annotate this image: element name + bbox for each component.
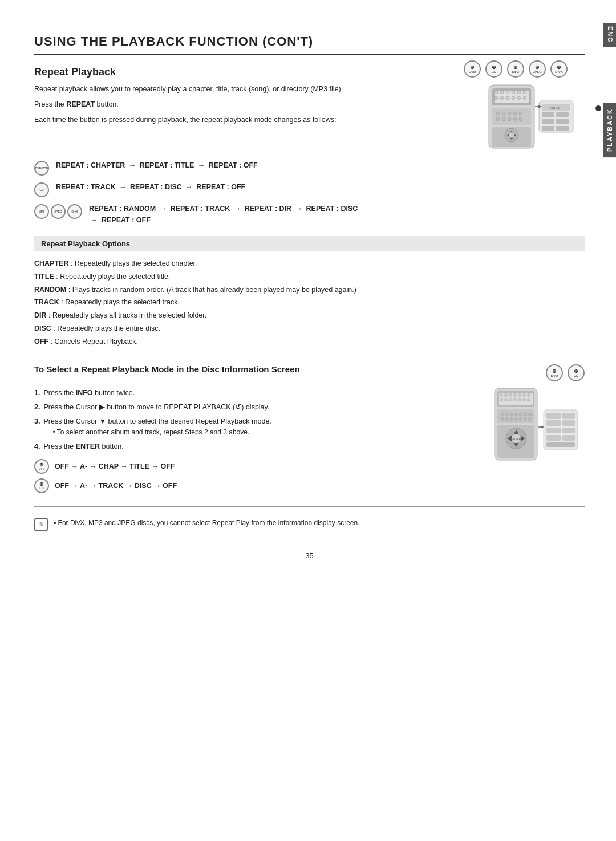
svg-point-9	[495, 96, 498, 100]
note-box: ✎ ▪ For DivX, MP3 and JPEG discs, you ca…	[34, 513, 585, 531]
remote-image-2: ENTER	[493, 387, 582, 461]
playback-label: PLAYBACK	[606, 108, 613, 152]
repeat-mp3-flow-line1: REPEAT : RANDOM → REPEAT : TRACK → REPEA…	[89, 203, 585, 214]
repeat-cd-flow: REPEAT : TRACK → REPEAT : DISC → REPEAT …	[56, 181, 245, 193]
svg-point-7	[517, 91, 521, 94]
step-3: 3. Press the Cursor ▼ button to select t…	[34, 416, 482, 438]
playback-side-tab: PLAYBACK	[603, 103, 616, 157]
dvd-icon: ⊕DVD	[464, 60, 481, 78]
mp3-disc-icon: MP3	[34, 204, 49, 219]
page-title: USING THE PLAYBACK FUNCTION (CON'T)	[34, 34, 585, 55]
svg-point-32	[509, 132, 514, 138]
eng-tab: ENG	[603, 23, 616, 47]
svg-point-60	[528, 399, 530, 401]
svg-point-23	[508, 117, 511, 121]
svg-point-55	[505, 399, 508, 401]
options-title: Repeat Playback Options	[41, 239, 130, 248]
to-select-cd-icon: ⊕CD	[568, 364, 585, 381]
to-select-header-row: To Select a Repeat Playback Mode in the …	[34, 363, 585, 381]
svg-point-75	[529, 418, 532, 421]
jpeg-icon: ⊕JPEG	[529, 60, 546, 78]
svg-point-17	[502, 112, 505, 115]
flow-dvd-text: OFF → A- → CHAP → TITLE → OFF	[55, 462, 175, 470]
flow-dvd-icon: ⊕DVD	[34, 459, 49, 474]
option-chapter: CHAPTER : Repeatedly plays the selected …	[34, 258, 585, 269]
steps-list: 1. Press the INFO button twice. 2. Press…	[34, 387, 482, 452]
to-select-dvd-icon: ⊕DVD	[546, 364, 563, 381]
svg-point-65	[515, 413, 518, 416]
note-text: ▪ For DivX, MP3 and JPEG discs, you cann…	[54, 518, 360, 531]
svg-text:ENTER: ENTER	[512, 437, 521, 441]
svg-point-57	[514, 399, 517, 401]
cd-icon: ⊕CD	[485, 60, 502, 78]
svg-rect-87	[546, 420, 561, 426]
option-disc: DISC : Repeatedly plays the entire disc.	[34, 323, 585, 334]
svg-point-20	[519, 112, 522, 115]
cd-disc-icon: CD	[34, 182, 49, 197]
note-icon: ✎	[34, 518, 48, 531]
dvd-vcd-icons: DVD/VCD	[34, 161, 49, 176]
svg-point-12	[512, 96, 515, 100]
svg-point-67	[524, 413, 527, 416]
svg-point-10	[500, 96, 504, 100]
svg-point-19	[513, 112, 517, 115]
svg-point-52	[523, 394, 526, 397]
divider-1	[34, 357, 585, 357]
svg-rect-38	[542, 119, 554, 124]
svg-point-58	[518, 399, 521, 401]
options-subsection-header: Repeat Playback Options	[34, 236, 585, 251]
repeat-row-dvd: DVD/VCD REPEAT : CHAPTER → REPEAT : TITL…	[34, 160, 585, 176]
repeat-row-cd: CD REPEAT : TRACK → REPEAT : DISC → REPE…	[34, 181, 585, 197]
svg-point-47	[500, 394, 503, 397]
svg-point-70	[506, 418, 509, 421]
divider-2	[34, 506, 585, 507]
options-list: CHAPTER : Repeatedly plays the selected …	[34, 258, 585, 347]
option-title: TITLE : Repeatedly plays the selected ti…	[34, 271, 585, 282]
option-off: OFF : Cancels Repeat Playback.	[34, 336, 585, 347]
bottom-flow-rows: ⊕DVD OFF → A- → CHAP → TITLE → OFF ⊕CD O…	[34, 459, 482, 493]
svg-point-71	[510, 418, 513, 421]
svg-point-48	[505, 394, 508, 397]
divx-disc-icon-2: DivX	[67, 204, 82, 219]
svg-point-18	[508, 112, 511, 115]
step-1: 1. Press the INFO button twice.	[34, 387, 482, 399]
flow-row-dvd: ⊕DVD OFF → A- → CHAP → TITLE → OFF	[34, 459, 482, 474]
svg-point-13	[517, 96, 521, 100]
svg-point-59	[523, 399, 526, 401]
svg-point-63	[506, 413, 509, 416]
flow-cd-icon: ⊕CD	[34, 478, 49, 493]
svg-rect-88	[562, 420, 575, 426]
step-4: 4. Press the ENTER button.	[34, 441, 482, 452]
svg-rect-86	[562, 413, 575, 419]
svg-point-56	[509, 399, 512, 401]
svg-point-24	[513, 117, 517, 121]
svg-point-74	[524, 418, 527, 421]
svg-rect-36	[542, 112, 554, 117]
svg-point-14	[523, 96, 526, 100]
svg-point-68	[529, 413, 532, 416]
eng-label: ENG	[607, 26, 614, 43]
remote-image: REPEAT	[488, 84, 576, 149]
svg-rect-91	[546, 435, 561, 441]
press-repeat-label: Press the REPEAT button.	[34, 99, 476, 110]
repeat-dvd-flow: REPEAT : CHAPTER → REPEAT : TITLE → REPE…	[56, 160, 258, 171]
option-track: TRACK : Repeatedly plays the selected tr…	[34, 297, 585, 308]
repeat-mp3-flow-line2: → REPEAT : OFF	[89, 214, 585, 226]
repeat-mp3-flow-container: REPEAT : RANDOM → REPEAT : TRACK → REPEA…	[89, 203, 585, 226]
steps-list-container: 1. Press the INFO button twice. 2. Press…	[34, 387, 482, 498]
to-select-disc-icons: ⊕DVD ⊕CD	[546, 364, 585, 381]
each-time-text: Each time the button is pressed during p…	[34, 115, 476, 125]
mp3-jpeg-divx-icons: MP3 JPEG DivX	[34, 204, 82, 219]
option-random: RANDOM : Plays tracks in random order. (…	[34, 285, 585, 295]
remote-image-2-container: ENTER	[493, 387, 585, 463]
jpeg-disc-icon: JPEG	[51, 204, 66, 219]
svg-rect-85	[546, 413, 561, 419]
svg-point-8	[523, 91, 526, 94]
to-select-title: To Select a Repeat Playback Mode in the …	[34, 363, 300, 375]
svg-point-11	[506, 96, 509, 100]
svg-point-73	[520, 418, 522, 421]
mp3-icon: ⊕MP3	[507, 60, 524, 78]
svg-point-54	[500, 399, 503, 401]
svg-rect-15	[492, 108, 531, 125]
side-tab-dot	[595, 105, 601, 111]
